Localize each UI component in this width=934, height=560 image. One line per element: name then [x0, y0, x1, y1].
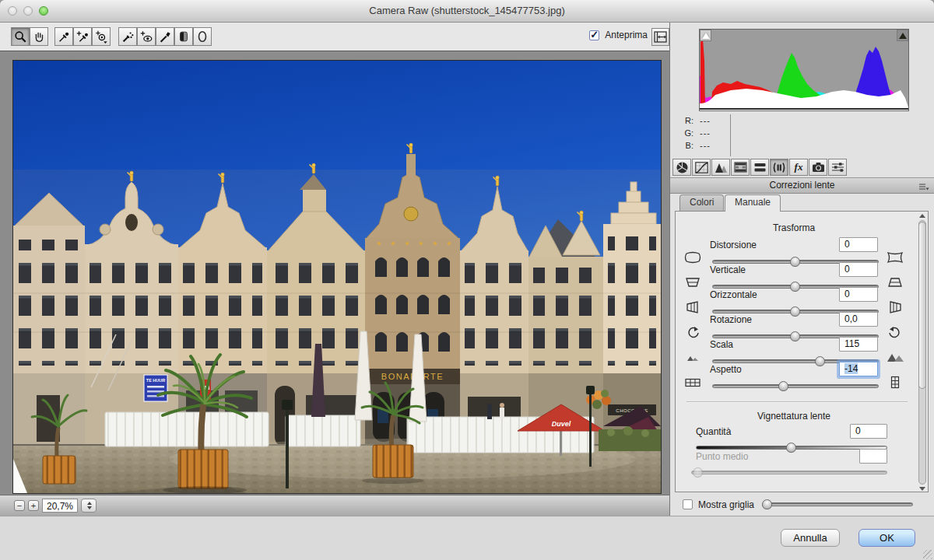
vignette-title: Vignettatura lente	[676, 411, 912, 422]
minimize-button[interactable]	[23, 6, 33, 16]
hand-icon	[32, 30, 46, 44]
rgb-readout-g: G:---	[679, 128, 711, 138]
preview-region: Anteprima	[0, 23, 669, 516]
zoom-window-button[interactable]	[39, 6, 48, 16]
slider-row-orizzontale: Orizzontale 0	[676, 289, 928, 314]
resize-grip[interactable]	[923, 550, 932, 559]
adjustment-brush-tool-button[interactable]	[156, 27, 174, 46]
dialog-footer: Annulla OK	[0, 516, 934, 560]
rgb-readout-b: B:---	[679, 141, 711, 150]
scroll-down-icon[interactable]	[919, 487, 925, 491]
fullscreen-toggle-button[interactable]	[651, 28, 669, 46]
rotazione-value-field[interactable]: 0,0	[839, 312, 878, 327]
magnifier-icon	[13, 30, 27, 44]
histogram-plot	[700, 30, 908, 110]
scale-small-icon	[683, 350, 702, 364]
tab-presets[interactable]	[828, 159, 847, 176]
zoom-level-field[interactable]: 20,7%	[42, 499, 78, 513]
aspetto-slider[interactable]	[712, 384, 879, 388]
duvel-parasol-text: Duvel	[552, 420, 571, 428]
photo-illustration: BONAPARTE	[13, 61, 661, 493]
zoom-tool-button[interactable]	[11, 27, 30, 46]
zoom-out-button[interactable]: −	[14, 500, 25, 511]
targeted-adjustment-tool-button[interactable]	[92, 27, 111, 46]
scrollbar-thumb[interactable]	[918, 222, 926, 389]
quantita-value-field[interactable]: 0	[850, 424, 887, 439]
tab-basic[interactable]	[672, 159, 691, 176]
radial-filter-tool-button[interactable]	[193, 27, 212, 46]
punto-medio-slider	[691, 471, 887, 474]
cancel-button[interactable]: Annulla	[781, 529, 840, 547]
target-adjust-icon	[94, 30, 108, 44]
slider-row-distorsione: Distorsione 0	[676, 240, 928, 264]
distorsione-value-field[interactable]: 0	[839, 237, 878, 252]
section-divider	[686, 401, 908, 403]
tab-effects[interactable]: fx	[789, 159, 808, 176]
zoom-level-stepper[interactable]	[81, 499, 97, 513]
flyout-menu-icon	[918, 183, 929, 191]
barrel-distortion-icon	[683, 250, 702, 264]
show-grid-row: Mostra griglia	[670, 495, 934, 516]
histogram	[699, 29, 909, 111]
tab-manuale[interactable]: Manuale	[725, 194, 781, 212]
show-grid-checkbox[interactable]	[683, 499, 693, 509]
aspetto-value-field[interactable]: -14	[839, 362, 878, 376]
color-sampler-tool-button[interactable]	[73, 27, 92, 46]
slider-row-scala: Scala 115	[676, 339, 928, 364]
skew-right-icon	[886, 300, 904, 314]
transform-title: Trasforma	[676, 222, 912, 233]
slider-row-verticale: Verticale 0	[676, 264, 928, 289]
hand-tool-button[interactable]	[30, 27, 48, 46]
pincushion-distortion-icon	[886, 250, 904, 264]
eyedropper-icon	[57, 30, 71, 44]
preview-label: Anteprima	[605, 30, 648, 40]
tab-colori[interactable]: Colori	[679, 194, 724, 211]
graduated-filter-icon	[177, 30, 191, 44]
show-grid-label: Mostra griglia	[698, 499, 754, 510]
red-eye-tool-button[interactable]	[137, 27, 156, 46]
tab-lens-corrections[interactable]	[770, 159, 788, 176]
preview-toggle[interactable]: Anteprima	[589, 30, 648, 40]
scala-value-field[interactable]: 115	[839, 337, 878, 352]
slider-row-quantita: Quantità 0	[676, 426, 928, 450]
quantita-label: Quantità	[696, 426, 731, 437]
skew-left-icon	[683, 300, 702, 314]
punto-medio-value-field	[859, 449, 887, 464]
close-button[interactable]	[8, 6, 17, 16]
slider-label: Orizzontale	[710, 289, 757, 300]
shadow-clipping-button[interactable]	[700, 30, 711, 41]
sharpen-triangles-icon	[715, 162, 728, 173]
preview-checkbox[interactable]	[589, 30, 599, 40]
slider-thumb[interactable]	[778, 381, 788, 391]
verticale-value-field[interactable]: 0	[839, 262, 878, 277]
orizzontale-value-field[interactable]: 0	[839, 287, 878, 302]
tab-hsl-grayscale[interactable]	[731, 159, 750, 176]
window-title: Camera Raw (shutterstock_145477753.jpg)	[0, 0, 934, 22]
toggle-fullscreen-icon	[654, 31, 667, 43]
rotate-cw-icon	[886, 325, 904, 339]
sampler-eyedropper-icon	[75, 30, 90, 44]
image-canvas-area: BONAPARTE	[0, 51, 669, 495]
camera-icon	[812, 162, 825, 173]
spot-removal-tool-button[interactable]	[118, 27, 137, 46]
scroll-up-icon[interactable]	[919, 214, 925, 218]
tab-tone-curve[interactable]	[692, 159, 711, 176]
highlight-clipping-button[interactable]	[897, 30, 908, 41]
photo-preview[interactable]: BONAPARTE	[12, 60, 662, 494]
panel-scrollbar[interactable]	[918, 214, 927, 491]
zoom-in-button[interactable]: +	[28, 500, 39, 511]
toolbar: Anteprima	[0, 23, 669, 51]
spot-brush-icon	[121, 30, 135, 44]
white-balance-tool-button[interactable]	[54, 27, 73, 46]
slider-thumb[interactable]	[762, 499, 772, 509]
ok-button[interactable]: OK	[859, 529, 915, 547]
zoom-bar: − + 20,7%	[0, 495, 669, 516]
lens-manual-pane: Trasforma Distorsione 0 Verticale 0 Or	[675, 211, 929, 492]
panel-menu-button[interactable]	[918, 181, 929, 195]
highlight-clipping-icon	[899, 33, 907, 39]
graduated-filter-tool-button[interactable]	[174, 27, 193, 46]
tab-split-toning[interactable]	[750, 159, 769, 176]
tab-camera-calibration[interactable]	[809, 159, 827, 176]
tab-detail[interactable]	[711, 159, 730, 176]
show-grid-slider[interactable]	[762, 502, 913, 506]
